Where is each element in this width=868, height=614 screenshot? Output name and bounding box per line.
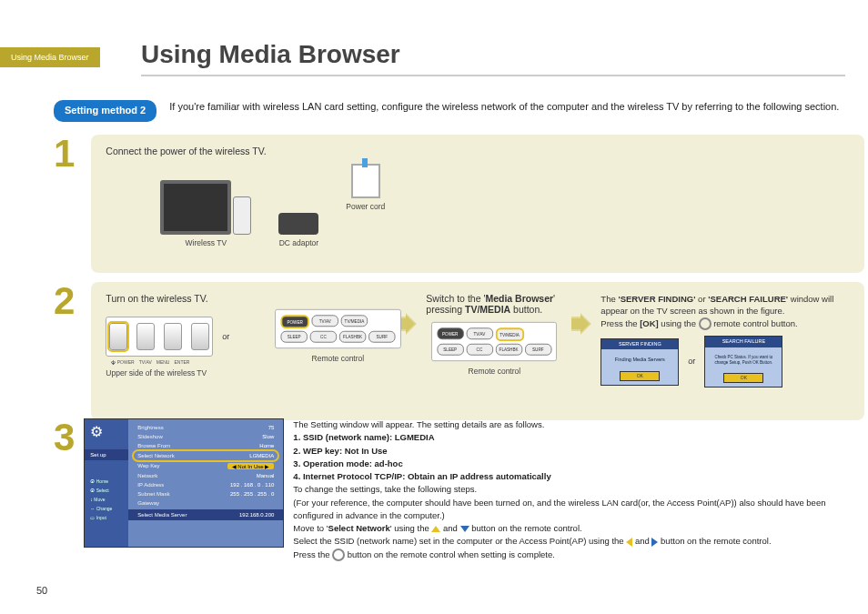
step1-panel: Connect the power of the wireless TV. Wi… xyxy=(91,135,864,273)
dc-adaptor-label: DC adaptor xyxy=(279,238,318,247)
power-outlet-icon xyxy=(351,164,380,198)
step2-col4-text2: Press the [OK] using the remote control … xyxy=(601,317,850,330)
step-number-3: 3 xyxy=(54,418,75,457)
step2-panel: Turn on the wireless TV. or ⏻ POWERTV/AV… xyxy=(91,282,864,420)
title-rule xyxy=(141,75,845,76)
setup-screenshot: ⚙ Set up ⦿ Home ⦿ Select ↕ Move ↔ Change… xyxy=(84,418,284,548)
intro-text: If you're familiar with wireless LAN car… xyxy=(169,100,845,122)
breadcrumb: Using Media Browser xyxy=(0,47,100,67)
or-label: or xyxy=(222,332,229,341)
step-number-2: 2 xyxy=(54,282,75,320)
page-number: 50 xyxy=(36,585,47,596)
server-finding-dialog: SERVER FINDING Finding Media Servers OK xyxy=(601,338,679,386)
power-cord-label: Power cord xyxy=(346,202,385,211)
select-network-row: Select NetworkLGMEDIA xyxy=(134,451,278,460)
arrow-icon xyxy=(571,306,591,342)
remote1-caption: Remote control xyxy=(312,354,365,363)
step2-col4-text1: The 'SERVER FINDING' or 'SEARCH FAILURE'… xyxy=(601,293,850,317)
tv-top-buttons xyxy=(109,323,209,350)
step2-col1-text: Turn on the wireless TV. xyxy=(106,293,278,304)
up-arrow-icon xyxy=(431,526,440,532)
upper-side-caption: Upper side of the wireless TV xyxy=(106,368,278,377)
step-number-1: 1 xyxy=(54,135,75,173)
gear-icon: ⚙ xyxy=(85,419,128,444)
remote-control-1: POWERTV/AVTV/MEDIA SLEEPCCFLASHBKSURF xyxy=(275,309,401,348)
ok-ring-icon xyxy=(699,317,712,330)
wireless-tv-icon xyxy=(160,180,231,235)
step2-col3-text: Switch to the 'Media Browser' pressing T… xyxy=(426,293,562,315)
page-title: Using Media Browser xyxy=(141,40,400,69)
ok-ring-icon xyxy=(332,549,345,561)
remote-control-2: POWERTV/AVTV/MEDIA SLEEPCCFLASHBKSURF xyxy=(431,322,557,361)
dc-adaptor-icon xyxy=(278,213,318,235)
setting-method-badge: Setting method 2 xyxy=(54,100,156,122)
wireless-tv-label: Wireless TV xyxy=(186,238,227,247)
down-arrow-icon xyxy=(460,526,469,532)
step1-text: Connect the power of the wireless TV. xyxy=(106,146,850,156)
or-label: or xyxy=(688,356,695,367)
remote2-caption: Remote control xyxy=(426,367,562,376)
setup-tab-label: Set up xyxy=(85,449,128,460)
tv-side xyxy=(233,196,251,235)
search-failure-dialog: SEARCH FAILURE Check PC Status. If you w… xyxy=(704,336,782,388)
step3-body: The Setting window will appear. The sett… xyxy=(293,418,850,561)
